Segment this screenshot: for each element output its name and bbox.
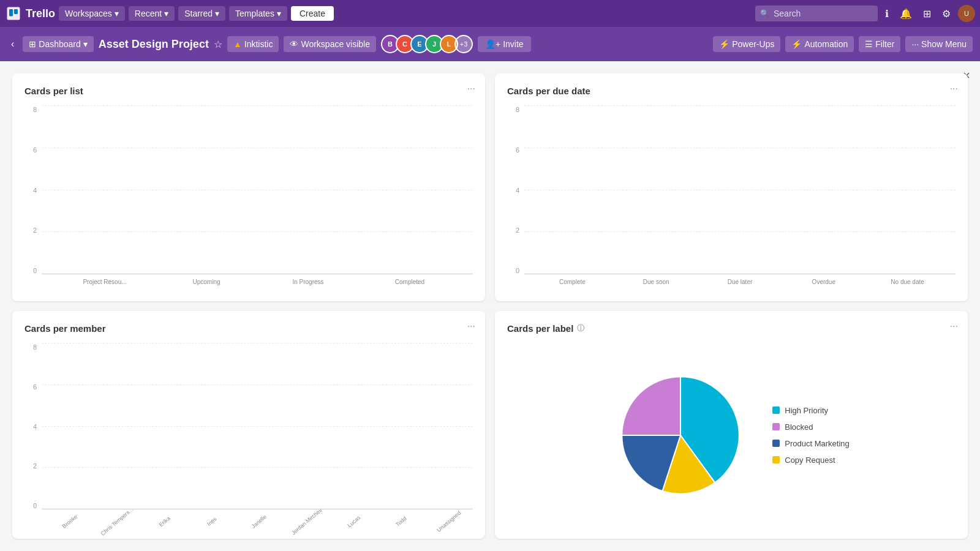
cards-per-label-menu[interactable]: ··· — [950, 321, 958, 332]
automation-icon: ⚡ — [791, 39, 802, 49]
info-icon[interactable]: ⓘ — [577, 323, 584, 334]
cards-per-member-chart: 0 2 4 6 8 — [24, 343, 473, 527]
templates-button[interactable]: Templates ▾ — [229, 6, 287, 21]
notification-button[interactable]: 🔔 — [896, 6, 916, 22]
cards-per-due-date-title: Cards per due date — [507, 86, 956, 96]
workspaces-button[interactable]: Workspaces ▾ — [59, 6, 125, 21]
invite-button[interactable]: 👤+ Invite — [478, 36, 531, 52]
board-header: ‹ ⊞ Dashboard ▾ Asset Design Project ☆ ▲… — [0, 27, 980, 61]
settings-button[interactable]: ⚙ — [938, 6, 954, 22]
cards-per-label-title: Cards per label ⓘ — [507, 323, 956, 334]
invite-icon: 👤+ — [485, 39, 500, 49]
legend-dot-high-priority — [772, 407, 780, 414]
x-label-erika: Erika — [145, 504, 185, 539]
apps-button[interactable]: ⊞ — [919, 6, 935, 22]
x-label-upcoming: Upcoming — [156, 279, 257, 285]
search-icon: 🔍 — [760, 9, 769, 18]
dashboard-icon: ⊞ — [29, 39, 36, 49]
x-label-no-due-date: No due date — [865, 279, 949, 285]
menu-dots-icon: ··· — [911, 39, 919, 49]
workspace-icon: ▲ — [233, 39, 242, 49]
power-ups-button[interactable]: ⚡ Power-Ups — [713, 36, 780, 52]
back-arrow-button[interactable]: ‹ — [7, 36, 18, 52]
visibility-icon: 👁 — [290, 39, 298, 49]
x-label-todd: Todd — [381, 504, 421, 539]
cards-per-label-card: Cards per label ⓘ ··· High Priority Bloc… — [495, 311, 968, 539]
x-label-due-soon: Due soon — [614, 279, 698, 285]
dashboard-area: × Cards per list ··· 0 2 4 6 8 — [0, 61, 980, 551]
x-label-due-later: Due later — [698, 279, 782, 285]
svg-rect-0 — [7, 7, 20, 20]
pie-chart-svg — [613, 368, 748, 503]
x-label-project-resou: Project Resou... — [54, 279, 156, 285]
svg-rect-1 — [9, 9, 13, 16]
x-label-complete: Complete — [530, 279, 614, 285]
svg-rect-2 — [14, 9, 18, 14]
info-button[interactable]: ℹ — [881, 6, 892, 22]
x-label-ines: Ines — [192, 504, 232, 539]
starred-button[interactable]: Starred ▾ — [178, 6, 225, 21]
legend-dot-blocked — [772, 423, 780, 430]
star-button[interactable]: ☆ — [214, 39, 222, 50]
legend-high-priority: High Priority — [772, 406, 850, 415]
user-avatar[interactable]: U — [958, 5, 975, 22]
search-wrap: 🔍 — [755, 6, 878, 21]
automation-button[interactable]: ⚡ Automation — [785, 36, 854, 52]
x-label-jordan: Jordan Mirchev — [287, 504, 327, 539]
cards-per-member-card: Cards per member ··· 0 2 4 6 8 — [12, 311, 485, 539]
cards-per-list-menu[interactable]: ··· — [467, 83, 475, 94]
cards-per-member-menu[interactable]: ··· — [467, 321, 475, 332]
more-members-badge[interactable]: +3 — [454, 35, 473, 53]
cards-per-list-title: Cards per list — [24, 86, 473, 96]
power-ups-icon: ⚡ — [719, 39, 729, 49]
pie-legend: High Priority Blocked Product Marketing … — [772, 406, 850, 465]
legend-copy-request: Copy Request — [772, 455, 850, 465]
x-label-in-progress: In Progress — [257, 279, 359, 285]
cards-per-member-title: Cards per member — [24, 323, 473, 334]
board-title[interactable]: Asset Design Project — [99, 38, 209, 51]
trello-logo-icon — [5, 5, 22, 22]
create-button[interactable]: Create — [291, 6, 334, 21]
recent-button[interactable]: Recent ▾ — [129, 6, 175, 21]
legend-product-marketing: Product Marketing — [772, 439, 850, 448]
cards-per-due-date-card: Cards per due date ··· 0 2 4 6 8 — [495, 73, 968, 301]
trello-logo[interactable]: Trello — [5, 5, 55, 22]
cards-per-due-date-chart: 0 2 4 6 8 — [507, 106, 956, 289]
visibility-button[interactable]: 👁 Workspace visible — [284, 36, 376, 52]
top-nav: Trello Workspaces ▾ Recent ▾ Starred ▾ T… — [0, 0, 980, 27]
x-label-brooke: Brooke — [50, 504, 90, 539]
x-label-overdue: Overdue — [782, 279, 865, 285]
x-label-lucas: Lucas — [334, 504, 374, 539]
filter-icon: ☰ — [865, 39, 873, 49]
x-label-chris: Chris Tempers... — [97, 504, 137, 539]
workspace-button[interactable]: ▲ Inktistic — [227, 36, 279, 52]
x-label-janelle: Janelle — [239, 504, 279, 539]
legend-blocked: Blocked — [772, 422, 850, 432]
cards-per-list-card: Cards per list ··· 0 2 4 6 8 — [12, 73, 485, 301]
x-label-unassigned: Unassigned — [429, 504, 469, 539]
member-avatars: B C E J L +3 — [381, 35, 473, 53]
pie-chart-wrapper: High Priority Blocked Product Marketing … — [507, 343, 956, 527]
filter-button[interactable]: ☰ Filter — [859, 36, 900, 52]
legend-dot-copy-request — [772, 456, 780, 463]
dashboard-button[interactable]: ⊞ Dashboard ▾ — [23, 36, 94, 52]
cards-per-due-date-menu[interactable]: ··· — [950, 83, 958, 94]
trello-text: Trello — [26, 7, 55, 20]
search-input[interactable] — [755, 6, 878, 21]
x-label-completed: Completed — [359, 279, 461, 285]
legend-dot-product-marketing — [772, 440, 780, 447]
cards-per-list-chart: 0 2 4 6 8 — [24, 106, 473, 289]
show-menu-button[interactable]: ··· Show Menu — [905, 36, 973, 52]
